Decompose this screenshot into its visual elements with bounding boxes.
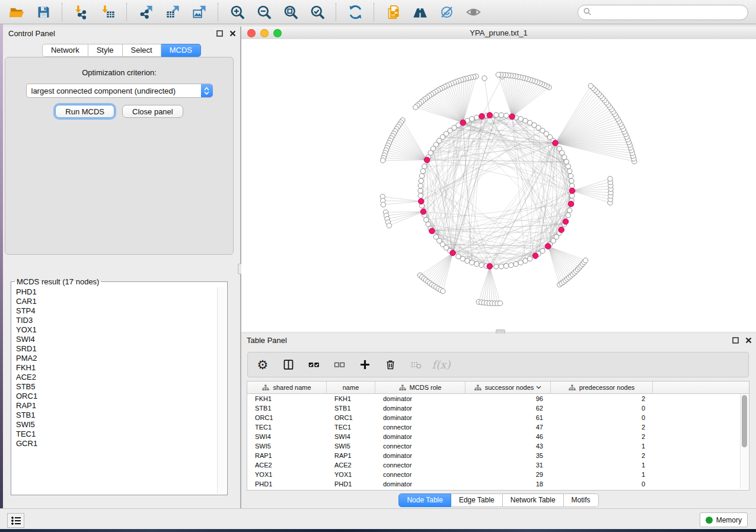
toolbar-separator: [336, 3, 337, 21]
search-box[interactable]: [578, 5, 748, 20]
delete-button[interactable]: [382, 357, 398, 373]
mcds-result-item[interactable]: STB5: [12, 382, 217, 392]
columns-button[interactable]: [280, 357, 296, 373]
table-row[interactable]: STB1STB1dominator620: [247, 403, 749, 413]
export-image-button[interactable]: [187, 2, 211, 22]
mcds-result-item[interactable]: ACE2: [12, 373, 217, 382]
mcds-result-item[interactable]: YOX1: [12, 325, 217, 335]
mcds-result-item[interactable]: STB1: [12, 411, 217, 420]
tab-network[interactable]: Network: [42, 44, 88, 57]
zoom-out-button[interactable]: [252, 2, 276, 22]
tab-motifs[interactable]: Motifs: [564, 493, 599, 507]
ring-node: [527, 257, 532, 261]
search-binoculars-button[interactable]: [408, 2, 432, 22]
cell-successor-nodes: 46: [465, 433, 551, 440]
mcds-result-item[interactable]: SWI4: [12, 335, 217, 344]
mcds-result-item[interactable]: SWI5: [12, 420, 217, 430]
mcds-list-scrollbar[interactable]: [217, 287, 226, 493]
ring-node: [527, 120, 532, 125]
export-network-button[interactable]: [134, 2, 158, 22]
tab-node-table[interactable]: Node Table: [398, 493, 451, 507]
import-table-button[interactable]: [96, 2, 120, 22]
show-graphics-button[interactable]: [461, 2, 485, 22]
table-row[interactable]: PHD1PHD1dominator180: [247, 479, 749, 489]
table-row[interactable]: RAP1RAP1dominator352: [247, 451, 749, 460]
table-row[interactable]: TEC1TEC1connector472: [247, 422, 749, 432]
memory-status-icon: [706, 517, 713, 524]
tab-edge-table[interactable]: Edge Table: [451, 493, 503, 507]
column-header-name[interactable]: name: [327, 382, 375, 393]
mcds-result-item[interactable]: PMA2: [12, 354, 217, 363]
optimization-criterion-select[interactable]: largest connected component (undirected): [26, 84, 213, 98]
zoom-fit-button[interactable]: [279, 2, 302, 22]
zoom-in-button[interactable]: [225, 2, 249, 22]
close-panel-icon[interactable]: [227, 28, 238, 38]
close-panel-button[interactable]: Close panel: [122, 105, 183, 118]
float-table-panel-icon[interactable]: [730, 335, 741, 345]
mcds-result-item[interactable]: STP4: [12, 306, 217, 316]
leaf-node: [413, 105, 418, 110]
table-row[interactable]: ORC1ORC1dominator610: [247, 413, 749, 422]
mcds-result-item[interactable]: GCR1: [12, 439, 217, 448]
mcds-result-item[interactable]: FKH1: [12, 363, 217, 373]
column-header-predecessor-nodes[interactable]: predecessor nodes: [551, 382, 653, 393]
table-scrollbar[interactable]: [740, 394, 748, 489]
mcds-result-item[interactable]: RAP1: [12, 401, 217, 411]
memory-button[interactable]: Memory: [700, 512, 748, 527]
table-row[interactable]: YOX1YOX1connector291: [247, 470, 749, 479]
cell-MCDS-role: connector: [375, 443, 465, 450]
mcds-result-item[interactable]: TEC1: [12, 430, 217, 439]
float-panel-icon[interactable]: [214, 28, 225, 38]
mcds-result-item[interactable]: TID3: [12, 316, 217, 325]
table-toolbar: ⚙f(x): [247, 352, 749, 377]
column-header-shared-name[interactable]: shared name: [247, 382, 327, 393]
hide-style-button[interactable]: [435, 2, 458, 22]
ring-node: [474, 261, 479, 266]
zoom-selected-button[interactable]: [305, 2, 329, 22]
clone-network-button[interactable]: [381, 2, 405, 22]
table-row[interactable]: FKH1FKH1dominator962: [247, 394, 749, 403]
network-canvas[interactable]: [241, 39, 756, 332]
gear-button[interactable]: ⚙: [255, 357, 270, 373]
ring-node: [470, 117, 474, 121]
tab-mcds[interactable]: MCDS: [161, 44, 201, 57]
ring-node: [499, 264, 503, 269]
clear-selection-button[interactable]: [331, 357, 347, 373]
open-folder-button[interactable]: [5, 2, 28, 22]
tab-style[interactable]: Style: [88, 44, 123, 57]
column-header-MCDS-role[interactable]: MCDS role: [375, 382, 465, 393]
ring-node: [420, 169, 425, 174]
table-row[interactable]: SWI5SWI5connector431: [247, 441, 749, 451]
leaf-node: [387, 223, 391, 228]
table-panel: Table Panel ⚙f(x) shared namenameMCDS ro…: [241, 334, 756, 508]
table-row[interactable]: SWI4SWI4dominator462: [247, 432, 749, 441]
mcds-result-item[interactable]: PHD1: [12, 287, 217, 297]
table-row[interactable]: ACE2ACE2connector311: [247, 460, 749, 470]
mcds-result-item[interactable]: SRD1: [12, 344, 217, 354]
save-button[interactable]: [31, 2, 55, 22]
cell-predecessor-nodes: 2: [551, 452, 653, 459]
tab-select[interactable]: Select: [123, 44, 161, 57]
cell-shared-name: FKH1: [247, 395, 327, 402]
task-history-button[interactable]: [7, 513, 24, 528]
column-header-successor-nodes[interactable]: successor nodes: [465, 382, 551, 393]
ring-node: [494, 264, 499, 269]
table-panel-title: Table Panel: [241, 336, 730, 345]
search-input[interactable]: [592, 7, 748, 18]
ring-node: [418, 183, 423, 188]
select-all-button[interactable]: [306, 357, 321, 373]
mcds-result-item[interactable]: CAR1: [12, 297, 217, 306]
export-table-button[interactable]: [161, 2, 184, 22]
cell-successor-nodes: 35: [465, 452, 551, 459]
control-panel-title: Control Panel: [3, 29, 214, 38]
network-graph[interactable]: [241, 39, 756, 332]
tab-network-table[interactable]: Network Table: [503, 493, 564, 507]
search-icon: [583, 7, 592, 18]
import-network-button[interactable]: [69, 2, 93, 22]
run-mcds-button[interactable]: Run MCDS: [55, 105, 114, 118]
add-button[interactable]: [357, 357, 372, 373]
refresh-button[interactable]: [343, 2, 367, 22]
table-scrollbar-thumb[interactable]: [742, 395, 747, 447]
mcds-result-item[interactable]: ORC1: [12, 392, 217, 401]
close-table-panel-icon[interactable]: [743, 335, 754, 345]
